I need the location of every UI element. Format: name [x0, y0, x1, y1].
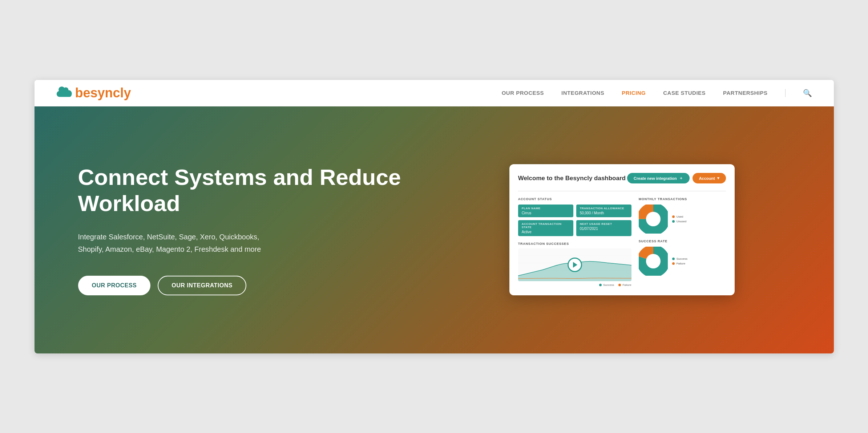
success-rate-pie-row: Success Failure [639, 247, 726, 276]
hero-subtitle: Integrate Salesforce, NetSuite, Sage, Xe… [78, 231, 274, 255]
nav-pricing[interactable]: PRICING [622, 90, 646, 96]
transaction-chart [518, 248, 631, 281]
logo-area: besyncly [56, 86, 131, 100]
dashboard-left-panel: ACCOUNT STATUS Plan name Cirrus Transact… [518, 197, 631, 287]
hero-buttons: OUR PROCESS OUR INTEGRATIONS [78, 276, 410, 295]
account-state-value: Active [522, 230, 570, 234]
dashboard-title: Welcome to the Besyncly dashboard [518, 175, 626, 182]
chevron-down-icon: ▾ [717, 176, 719, 181]
dashboard-separator [518, 191, 726, 191]
failure-dot [618, 284, 621, 286]
success-rate-failure-label: Failure [677, 262, 685, 265]
plus-icon: ＋ [679, 175, 683, 181]
hero-content-left: Connect Systems and Reduce Workload Inte… [78, 164, 410, 295]
nav-our-process[interactable]: OUR PROCESS [502, 90, 544, 96]
success-rate-pie-chart [639, 247, 668, 276]
unused-legend-item: Unused [672, 220, 687, 223]
plan-name-cell: Plan name Cirrus [518, 205, 573, 217]
logo-cloud-icon [56, 86, 74, 100]
success-rate-success-dot [672, 258, 675, 260]
next-reset-cell: Next Usage Reset 01/07/2021 [576, 220, 631, 236]
unused-label: Unused [677, 220, 687, 223]
success-legend: Success [599, 283, 614, 287]
success-rate-failure-item: Failure [672, 262, 687, 265]
used-dot [672, 215, 675, 218]
play-button[interactable] [568, 258, 582, 272]
monthly-pie-chart [639, 205, 668, 234]
play-icon [573, 262, 577, 268]
navbar: besyncly OUR PROCESS INTEGRATIONS PRICIN… [35, 80, 834, 106]
transaction-allowance-label: Transaction Allowance [580, 207, 628, 210]
success-rate-success-label: Success [677, 257, 687, 260]
dashboard-body: ACCOUNT STATUS Plan name Cirrus Transact… [518, 197, 726, 287]
search-icon[interactable]: 🔍 [803, 89, 812, 97]
status-grid: Plan name Cirrus Transaction Allowance 5… [518, 205, 631, 236]
logo-text: besyncly [75, 86, 131, 100]
success-rate-label: SUCCESS RATE [639, 239, 726, 243]
nav-case-studies[interactable]: CASE STUDIES [663, 90, 706, 96]
plan-name-label: Plan name [522, 207, 570, 210]
account-state-cell: Account Transaction State Active [518, 220, 573, 236]
monthly-pie-row: Used Unused [639, 205, 726, 234]
nav-links: OUR PROCESS INTEGRATIONS PRICING CASE ST… [502, 89, 812, 97]
monthly-transactions-label: MONTHLY TRANSACTIONS [639, 197, 726, 201]
monthly-pie-legend: Used Unused [672, 215, 687, 223]
account-state-label: Account Transaction State [522, 222, 570, 229]
plan-name-value: Cirrus [522, 211, 570, 215]
our-integrations-button[interactable]: OUR INTEGRATIONS [158, 276, 246, 295]
next-reset-label: Next Usage Reset [580, 222, 628, 226]
page-wrapper: besyncly OUR PROCESS INTEGRATIONS PRICIN… [35, 80, 834, 353]
create-integration-button[interactable]: Create new integration ＋ [627, 173, 690, 183]
svg-point-6 [646, 212, 661, 226]
dashboard-right-panel: MONTHLY TRANSACTIONS [639, 197, 726, 287]
hero-title: Connect Systems and Reduce Workload [78, 164, 410, 216]
transaction-successes-label: TRANSACTION SUCCESSES [518, 242, 631, 246]
transaction-allowance-cell: Transaction Allowance 50,000 / Month [576, 205, 631, 217]
account-status-label: ACCOUNT STATUS [518, 197, 631, 201]
chart-legend: Success Failure [518, 283, 631, 287]
nav-divider [785, 89, 786, 97]
success-rate-success-item: Success [672, 257, 687, 260]
success-label: Success [603, 283, 614, 287]
hero-section: Connect Systems and Reduce Workload Inte… [35, 106, 834, 353]
dashboard-header: Welcome to the Besyncly dashboard Create… [518, 173, 726, 183]
used-label: Used [677, 215, 683, 218]
success-dot [599, 284, 602, 286]
dashboard-btn-group: Create new integration ＋ Account ▾ [627, 173, 726, 183]
used-legend-item: Used [672, 215, 687, 218]
success-rate-section: SUCCESS RATE [639, 239, 726, 276]
failure-label: Failure [622, 283, 631, 287]
success-rate-legend: Success Failure [672, 257, 687, 265]
svg-point-9 [646, 254, 661, 268]
hero-content-right: Welcome to the Besyncly dashboard Create… [439, 164, 805, 295]
transaction-allowance-value: 50,000 / Month [580, 211, 628, 215]
success-rate-failure-dot [672, 262, 675, 265]
nav-integrations[interactable]: INTEGRATIONS [561, 90, 604, 96]
account-button[interactable]: Account ▾ [693, 173, 726, 183]
nav-partnerships[interactable]: PARTNERSHIPS [723, 90, 767, 96]
monthly-transactions-section: MONTHLY TRANSACTIONS [639, 197, 726, 234]
failure-legend: Failure [618, 283, 631, 287]
unused-dot [672, 220, 675, 223]
our-process-button[interactable]: OUR PROCESS [78, 276, 151, 295]
next-reset-value: 01/07/2021 [580, 227, 628, 231]
dashboard-card: Welcome to the Besyncly dashboard Create… [509, 164, 735, 295]
